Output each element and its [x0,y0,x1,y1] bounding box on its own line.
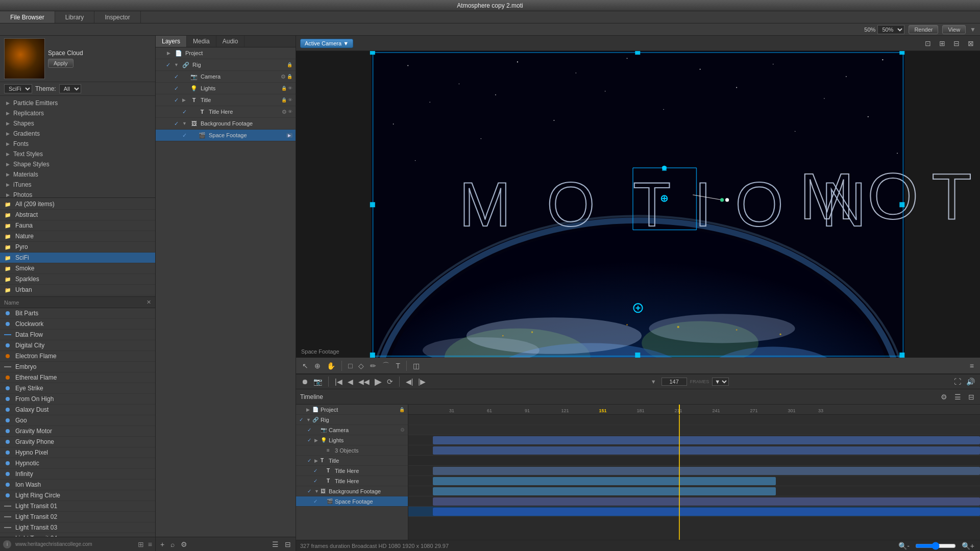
active-camera-button[interactable]: Active Camera ▼ [300,39,353,48]
gear-icon[interactable]: ⚙ [282,109,287,115]
track-space-footage[interactable]: ✓ 🎬 Space Footage [296,496,408,507]
shape-tool-button[interactable]: □ [346,361,354,371]
track-title[interactable]: ✓ ▶ T Title [296,456,408,466]
track-lights[interactable]: ✓ ▶ 💡 Lights [296,435,408,445]
transport-play-reverse-button[interactable]: ◀◀ [357,378,371,386]
transform-tool-button[interactable]: ⊕ [312,361,323,371]
sidebar-item-photos[interactable]: ▶ Photos [0,190,155,198]
pan-tool-button[interactable]: ✋ [325,361,337,371]
list-item[interactable]: Light Transit 01 [0,501,155,512]
zoom-select[interactable]: 50% [877,25,904,34]
render-button[interactable]: Render [909,25,938,34]
folder-smoke[interactable]: 📁 Smoke [0,263,155,274]
layer-collapse-button[interactable]: ⊟ [283,540,292,548]
track-background-footage[interactable]: ✓ ▼ 🖼 Background Footage [296,486,408,496]
transport-step-back-button[interactable]: ◀ [347,378,354,386]
list-item[interactable]: Hypnotic [0,458,155,469]
pen-tool-button[interactable]: ✏ [368,361,378,371]
mask-tool-button[interactable]: ◇ [356,361,366,371]
list-item[interactable]: Embryo [0,362,155,372]
list-item[interactable]: Gravity Phone [0,437,155,447]
folder-urban[interactable]: 📁 Urban [0,285,155,295]
tab-inspector[interactable]: Inspector [94,11,140,23]
anchor-tool-button[interactable]: ◫ [411,361,422,371]
layer-lights[interactable]: ✓ 💡 Lights 🔒 👁 [156,83,296,94]
layer-space-footage[interactable]: ✓ 🎬 Space Footage ▶ [156,130,296,141]
track-title-here-1[interactable]: ✓ T Title Here [296,466,408,476]
timeline-options-button[interactable]: ☰ [953,393,963,401]
select-tool-button[interactable]: ↖ [300,361,310,371]
layer-title[interactable]: ✓ ▶ T Title 🔒 👁 [156,94,296,106]
list-item[interactable]: Light Transit 04 [0,533,155,537]
tab-file-browser[interactable]: File Browser [0,11,55,23]
info-button[interactable]: i [3,540,11,548]
sidebar-item-gradients[interactable]: ▶ Gradients [0,129,155,139]
tab-audio[interactable]: Audio [216,36,245,47]
folder-fauna[interactable]: 📁 Fauna [0,220,155,231]
sidebar-item-replicators[interactable]: ▶ Replicators [0,108,155,118]
list-item[interactable]: Bit Parts [0,308,155,319]
folder-all[interactable]: 📁 All (209 items) [0,199,155,210]
sidebar-item-shapes[interactable]: ▶ Shapes [0,118,155,129]
scifi-select[interactable]: SciFi [4,84,32,93]
sidebar-item-shape-styles[interactable]: ▶ Shape Styles [0,159,155,169]
fullscreen-button[interactable]: ⛶ [953,378,962,386]
list-item[interactable]: Electron Flame [0,351,155,362]
layer-background-footage[interactable]: ✓ ▼ 🖼 Background Footage [156,118,296,130]
timeline-option-button[interactable]: ≡ [968,361,976,371]
list-item[interactable]: Eye Strike [0,383,155,394]
transport-record-button[interactable]: ⏺ [300,378,309,386]
zoom-in-button[interactable]: 🔍+ [960,542,976,550]
canvas-fit-button[interactable]: ⊡ [923,38,933,48]
settings-layer-button[interactable]: ⚙ [179,540,189,548]
list-item[interactable]: Galaxy Dust [0,405,155,415]
folder-sparkles[interactable]: 📁 Sparkles [0,274,155,285]
sidebar-item-itunes[interactable]: ▶ iTunes [0,180,155,190]
tab-layers[interactable]: Layers [156,36,187,47]
list-item[interactable]: Digital City [0,340,155,351]
track-title-here-2[interactable]: ✓ T Title Here [296,476,408,486]
layer-camera[interactable]: ✓ 📷 Camera ⚙ 🔒 [156,71,296,83]
folder-abstract[interactable]: 📁 Abstract [0,210,155,220]
transport-prev-marker-button[interactable]: ◀| [405,378,414,386]
sidebar-item-fonts[interactable]: ▶ Fonts [0,139,155,149]
search-layer-button[interactable]: ⌕ [169,540,176,548]
frame-input[interactable] [662,378,687,386]
transport-play-button[interactable]: ▶ [374,376,383,387]
layer-rig[interactable]: ✓ ▼ 🔗 Rig 🔒 [156,59,296,71]
sidebar-item-particle-emitters[interactable]: ▶ Particle Emitters [0,98,155,108]
track-rig[interactable]: ✓ ▼ 🔗 Rig [296,415,408,425]
list-item[interactable]: Goo [0,415,155,426]
canvas-overlay-button[interactable]: ⊠ [966,38,976,48]
sidebar-item-materials[interactable]: ▶ Materials [0,169,155,180]
grid-view-icon[interactable]: ⊞ [138,540,144,548]
track-3-objects[interactable]: ≡ 3 Objects [296,445,408,456]
layer-option-button[interactable]: ☰ [271,540,280,548]
track-project[interactable]: ▶ 📄 Project 🔒 [296,405,408,415]
list-item[interactable]: Light Ring Circle [0,490,155,501]
list-item[interactable]: Light Transit 03 [0,522,155,533]
list-item[interactable]: Infinity [0,469,155,480]
gear-icon[interactable]: ⚙ [281,73,286,80]
canvas-area[interactable]: MOTION M O T I O N [296,51,980,358]
list-item[interactable]: Gravity Motor [0,426,155,437]
mute-button[interactable]: 🔊 [965,378,976,386]
tab-media[interactable]: Media [187,36,216,47]
gear-icon[interactable]: ⚙ [400,427,405,433]
canvas-zoom-fit-button[interactable]: ⊞ [937,38,947,48]
timeline-collapse-button[interactable]: ⊟ [967,393,976,401]
transport-next-marker-button[interactable]: |▶ [417,378,427,386]
add-layer-button[interactable]: + [159,540,166,548]
transport-go-start-button[interactable]: |◀ [334,378,344,386]
text-tool-button[interactable]: T [394,361,402,371]
folder-pyro[interactable]: 📁 Pyro [0,242,155,253]
list-item[interactable]: Hypno Pixel [0,447,155,458]
list-view-icon[interactable]: ≡ [148,540,152,548]
timeline-settings-button[interactable]: ⚙ [939,393,949,401]
list-item[interactable]: Clockwork [0,319,155,330]
zoom-out-button[interactable]: 🔍- [897,542,911,550]
list-item[interactable]: Light Transit 02 [0,512,155,522]
apply-button[interactable]: Apply [48,59,74,68]
bezier-tool-button[interactable]: ⌒ [380,360,391,371]
list-item[interactable]: Ethereal Flame [0,372,155,383]
